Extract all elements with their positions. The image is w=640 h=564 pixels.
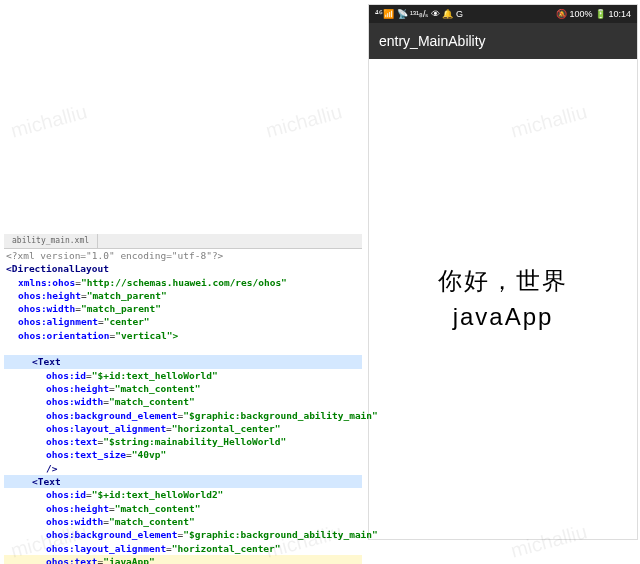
status-right: 🔕 100% 🔋 10:14 <box>556 9 631 19</box>
phone-body: 你好，世界 javaApp <box>369 59 637 539</box>
code-editor[interactable]: ability_main.xml <?xml version="1.0" enc… <box>4 234 362 560</box>
xml-attribute: ohos:width="match_content" <box>4 395 362 408</box>
xml-attribute: ohos:background_element="$graphic:backgr… <box>4 409 362 422</box>
xml-attribute: ohos:height="match_parent" <box>4 289 362 302</box>
xml-attribute: ohos:id="$+id:text_helloWorld" <box>4 369 362 382</box>
phone-preview: ⁴⁶📶 📡 ¹³¹₈/ₛ 👁 🔔 G 🔕 100% 🔋 10:14 entry_… <box>368 4 638 540</box>
phone-appbar: entry_MainAbility <box>369 23 637 59</box>
xml-attribute: ohos:text="$string:mainability_HelloWorl… <box>4 435 362 448</box>
self-close: /> <box>4 462 362 475</box>
blank-line <box>4 342 362 355</box>
xml-attribute: ohos:orientation="vertical"> <box>4 329 362 342</box>
xml-attribute: ohos:text_size="40vp" <box>4 448 362 461</box>
appbar-title: entry_MainAbility <box>379 33 486 49</box>
status-left: ⁴⁶📶 📡 ¹³¹₈/ₛ 👁 🔔 G <box>375 9 463 19</box>
text-tag-open-2: <Text <box>4 475 362 488</box>
xml-attribute: xmlns:ohos="http://schemas.huawei.com/re… <box>4 276 362 289</box>
xml-attribute: ohos:width="match_content" <box>4 515 362 528</box>
text-tag-open: <Text <box>4 355 362 368</box>
xml-attribute: ohos:height="match_content" <box>4 502 362 515</box>
editor-tabs: ability_main.xml <box>4 234 362 249</box>
xml-attribute: ohos:height="match_content" <box>4 382 362 395</box>
xml-attribute: ohos:text="javaApp" <box>4 555 362 564</box>
xml-attribute: ohos:id="$+id:text_helloWorld2" <box>4 488 362 501</box>
file-tab[interactable]: ability_main.xml <box>4 234 98 248</box>
xml-attribute: ohos:layout_alignment="horizontal_center… <box>4 422 362 435</box>
watermark: michalliu <box>8 100 89 142</box>
root-open: <DirectionalLayout <box>4 262 362 275</box>
xml-attribute: ohos:alignment="center" <box>4 315 362 328</box>
xml-attribute: ohos:width="match_parent" <box>4 302 362 315</box>
javaapp-text: javaApp <box>453 299 554 335</box>
xml-attribute: ohos:layout_alignment="horizontal_center… <box>4 542 362 555</box>
helloworld-text: 你好，世界 <box>438 263 568 299</box>
xml-declaration: <?xml version="1.0" encoding="utf-8"?> <box>4 249 362 262</box>
xml-attribute: ohos:background_element="$graphic:backgr… <box>4 528 362 541</box>
phone-statusbar: ⁴⁶📶 📡 ¹³¹₈/ₛ 👁 🔔 G 🔕 100% 🔋 10:14 <box>369 5 637 23</box>
watermark: michalliu <box>263 100 344 142</box>
